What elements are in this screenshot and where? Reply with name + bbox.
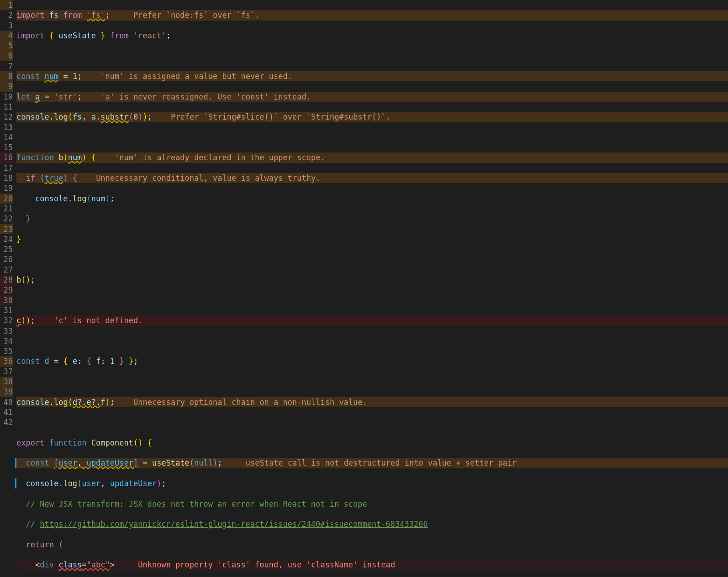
lint-hint: 'c' is not defined.	[54, 316, 142, 325]
lint-hint: Unknown property 'class' found, use 'cla…	[138, 560, 395, 569]
line-number: 9	[0, 81, 13, 91]
line-number: 22	[0, 214, 13, 224]
line-number: 5	[0, 41, 13, 51]
line-number: 35	[0, 346, 13, 356]
line-number: 16	[0, 152, 13, 163]
line-number: 12	[0, 112, 13, 122]
modified-indicator	[15, 478, 16, 488]
code-line[interactable]: c(); 'c' is not defined.	[16, 315, 728, 325]
line-number: 38	[0, 377, 13, 387]
line-number: 7	[0, 61, 13, 71]
line-number: 10	[0, 92, 13, 102]
line-number: 36	[0, 356, 13, 366]
lint-hint: 'num' is already declared in the upper s…	[115, 153, 325, 162]
line-number: 1	[0, 0, 13, 10]
code-line[interactable]: b();	[16, 275, 728, 285]
line-number: 28	[0, 275, 13, 285]
code-line[interactable]: if (true) { Unnecessary conditional, val…	[16, 173, 728, 183]
code-line[interactable]	[16, 254, 728, 264]
link-comment[interactable]: https://github.com/yannickcr/eslint-plug…	[40, 519, 428, 529]
line-number: 29	[0, 285, 13, 295]
lint-hint: 'a' is never reassigned. Use 'const' ins…	[100, 92, 311, 101]
line-number: 39	[0, 387, 13, 397]
code-line[interactable]: const num = 1; 'num' is assigned a value…	[16, 71, 728, 81]
code-line[interactable]: console.log(user, updateUser);	[16, 478, 728, 488]
line-number: 14	[0, 132, 13, 142]
lint-hint: Prefer `node:fs` over `fs`.	[133, 10, 259, 20]
lint-hint: useState call is not destructured into v…	[246, 458, 517, 467]
code-comment: // New JSX transform: JSX does not throw…	[26, 499, 367, 509]
lint-hint: 'num' is assigned a value but never used…	[100, 72, 292, 81]
lint-hint: Unnecessary optional chain on a non-null…	[133, 398, 367, 407]
line-number: 8	[0, 71, 13, 81]
code-line[interactable]: export function Component() {	[16, 438, 728, 448]
line-number: 40	[0, 397, 13, 407]
lint-hint: Unnecessary conditional, value is always…	[96, 173, 320, 183]
code-line[interactable]: // New JSX transform: JSX does not throw…	[16, 499, 728, 509]
line-number: 31	[0, 305, 13, 315]
lint-hint: Prefer `String#slice()` over `String#sub…	[171, 112, 390, 121]
line-number: 15	[0, 142, 13, 152]
code-line[interactable]: }	[16, 214, 728, 224]
line-number: 42	[0, 417, 13, 427]
line-number: 11	[0, 102, 13, 112]
line-number: 17	[0, 163, 13, 173]
code-line[interactable]: }	[16, 234, 728, 244]
line-number: 27	[0, 265, 13, 275]
code-line[interactable]: let a = 'str'; 'a' is never reassigned. …	[16, 92, 728, 102]
line-number: 30	[0, 295, 13, 305]
line-number: 37	[0, 367, 13, 377]
line-number: 23	[0, 224, 13, 234]
code-line[interactable]: // https://github.com/yannickcr/eslint-p…	[16, 519, 728, 529]
code-line[interactable]: const d = { e: { f: 1 } };	[16, 356, 728, 366]
line-number: 6	[0, 51, 13, 61]
code-line[interactable]: console.log(num);	[16, 194, 728, 204]
code-line[interactable]: <div class="abc"> Unknown property 'clas…	[16, 560, 728, 570]
line-number: 3	[0, 21, 13, 31]
line-number: 24	[0, 234, 13, 244]
line-number: 41	[0, 407, 13, 417]
code-line[interactable]: console.log(d?.e?.f); Unnecessary option…	[16, 397, 728, 407]
code-line[interactable]	[16, 417, 728, 427]
code-line[interactable]: function b(num) { 'num' is already decla…	[16, 152, 728, 163]
code-line[interactable]	[16, 51, 728, 61]
code-line[interactable]: import { useState } from 'react';	[16, 31, 728, 41]
code-line[interactable]: console.log(fs, a.substr(0)); Prefer `St…	[16, 112, 728, 122]
line-number: 13	[0, 122, 13, 132]
line-number-gutter: 1 2 3 4 5 6 7 8 9 10 11 12 13 14 15 16 1…	[0, 0, 16, 577]
line-number: 33	[0, 326, 13, 336]
line-number: 4	[0, 31, 13, 41]
line-number: 19	[0, 183, 13, 193]
line-number: 18	[0, 173, 13, 183]
code-content[interactable]: import fs from 'fs'; Prefer `node:fs` ov…	[16, 0, 728, 577]
line-number: 34	[0, 336, 13, 346]
line-number: 20	[0, 194, 13, 204]
line-number: 26	[0, 254, 13, 264]
line-number: 25	[0, 244, 13, 254]
line-number: 32	[0, 315, 13, 325]
code-line[interactable]	[16, 295, 728, 305]
modified-indicator	[15, 458, 16, 468]
code-line[interactable]: import fs from 'fs'; Prefer `node:fs` ov…	[16, 10, 728, 20]
code-line[interactable]: return (	[16, 540, 728, 550]
code-line[interactable]	[16, 132, 728, 142]
code-line[interactable]	[16, 377, 728, 387]
code-line[interactable]	[16, 336, 728, 346]
code-editor[interactable]: 1 2 3 4 5 6 7 8 9 10 11 12 13 14 15 16 1…	[0, 0, 728, 577]
line-number: 21	[0, 204, 13, 214]
line-number: 2	[0, 10, 13, 20]
code-line[interactable]: const [user, updateUser] = useState(null…	[16, 458, 728, 468]
